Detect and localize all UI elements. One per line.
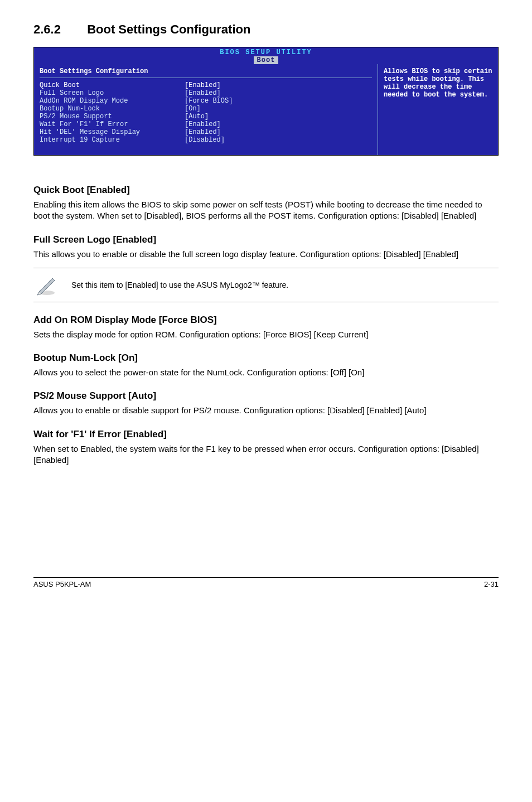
- wait-f1-body: When set to Enabled, the system waits fo…: [33, 443, 499, 466]
- wait-f1-heading: Wait for 'F1' If Error [Enabled]: [33, 429, 499, 440]
- bios-tab-boot[interactable]: Boot: [254, 56, 279, 64]
- footer-right: 2-31: [484, 580, 499, 588]
- full-screen-logo-body: This allows you to enable or disable the…: [33, 249, 499, 260]
- bios-option-value: [Auto]: [185, 113, 209, 120]
- bios-option-value: [Enabled]: [185, 128, 221, 136]
- bios-option-label: AddOn ROM Display Mode: [40, 97, 128, 105]
- bios-option-row[interactable]: Wait For 'F1' If Error [Enabled]: [40, 120, 372, 128]
- bios-option-value: [Disabled]: [185, 136, 225, 144]
- bios-main-area: Boot Settings Configuration Quick Boot […: [34, 64, 378, 155]
- quick-boot-body: Enabling this item allows the BIOS to sk…: [33, 199, 499, 222]
- bios-option-value: [Enabled]: [185, 81, 221, 89]
- section-title-text: Boot Settings Configuration: [87, 22, 250, 36]
- bios-panel: BIOS SETUP UTILITY Boot Boot Settings Co…: [33, 47, 499, 156]
- bios-option-label: Wait For 'F1' If Error: [40, 120, 128, 128]
- bootup-numlock-body: Allows you to select the power-on state …: [33, 367, 499, 378]
- pencil-icon: [33, 274, 60, 296]
- bios-option-value: [Enabled]: [185, 89, 221, 97]
- bios-tab-row: Boot: [34, 56, 498, 64]
- page-footer: ASUS P5KPL-AM 2-31: [33, 577, 499, 588]
- bios-option-row[interactable]: Full Screen Logo [Enabled]: [40, 89, 372, 97]
- section-heading: 2.6.2 Boot Settings Configuration: [33, 22, 499, 37]
- bios-option-row[interactable]: Interrupt 19 Capture [Disabled]: [40, 136, 372, 144]
- bios-option-label: Interrupt 19 Capture: [40, 136, 120, 144]
- quick-boot-heading: Quick Boot [Enabled]: [33, 185, 499, 196]
- bios-option-value: [Force BIOS]: [185, 97, 233, 105]
- full-screen-logo-heading: Full Screen Logo [Enabled]: [33, 234, 499, 245]
- note-text: Set this item to [Enabled] to use the AS…: [71, 281, 288, 289]
- bios-option-row[interactable]: Quick Boot [Enabled]: [40, 81, 372, 89]
- bios-panel-title: Boot Settings Configuration: [40, 67, 372, 78]
- bios-option-value: [On]: [185, 105, 201, 113]
- note-callout: Set this item to [Enabled] to use the AS…: [33, 268, 499, 302]
- bios-help-panel: Allows BIOS to skip certain tests while …: [378, 64, 498, 155]
- ps2-mouse-heading: PS/2 Mouse Support [Auto]: [33, 390, 499, 402]
- bios-option-label: Bootup Num-Lock: [40, 105, 100, 113]
- bios-option-row[interactable]: Hit 'DEL' Message Display [Enabled]: [40, 128, 372, 136]
- bios-option-label: Full Screen Logo: [40, 89, 104, 97]
- bios-option-value: [Enabled]: [185, 120, 221, 128]
- bios-header: BIOS SETUP UTILITY: [34, 47, 498, 56]
- bios-option-row[interactable]: Bootup Num-Lock [On]: [40, 105, 372, 113]
- ps2-mouse-body: Allows you to enable or disable support …: [33, 405, 499, 416]
- addon-rom-body: Sets the display mode for option ROM. Co…: [33, 329, 499, 340]
- bios-option-label: Hit 'DEL' Message Display: [40, 128, 140, 136]
- addon-rom-heading: Add On ROM Display Mode [Force BIOS]: [33, 315, 499, 326]
- bios-option-row[interactable]: AddOn ROM Display Mode [Force BIOS]: [40, 97, 372, 105]
- bios-option-row[interactable]: PS/2 Mouse Support [Auto]: [40, 113, 372, 120]
- bios-option-label: PS/2 Mouse Support: [40, 113, 112, 120]
- section-number: 2.6.2: [33, 22, 84, 37]
- bios-fade: [33, 165, 499, 172]
- bios-option-label: Quick Boot: [40, 81, 80, 89]
- footer-left: ASUS P5KPL-AM: [33, 580, 91, 588]
- bootup-numlock-heading: Bootup Num-Lock [On]: [33, 352, 499, 364]
